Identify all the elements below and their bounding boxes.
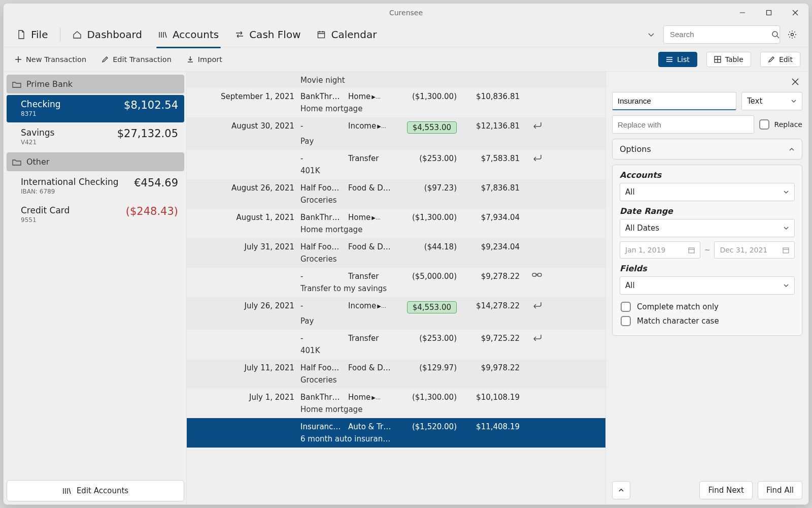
replace-checkbox[interactable] [759,119,769,130]
menu-overflow[interactable] [641,25,661,44]
transaction-list[interactable]: Movie night September 1, 2021BankThr…Hom… [186,72,605,504]
return-icon[interactable] [522,334,552,341]
window-minimize[interactable] [729,4,756,22]
svg-rect-19 [689,248,694,253]
find-panel-close[interactable] [788,77,802,87]
tx-date: August 26, 2021 [192,183,298,193]
account-row-savings[interactable]: Savings V421 $27,132.05 [7,123,184,151]
edit-transaction-button[interactable]: Edit Transaction [98,53,175,66]
table-row[interactable]: July 26, 2021-Income ▶…$4,553.00$14,278.… [187,297,605,330]
find-prev-button[interactable] [612,481,630,499]
global-search[interactable] [663,25,780,44]
table-row[interactable]: September 1, 2021BankThr…Home ▶…($1,300.… [187,88,605,117]
menu-accounts[interactable]: Accounts [151,25,226,44]
menu-cashflow[interactable]: Cash Flow [228,25,308,44]
gear-icon [788,30,797,39]
table-row[interactable]: -Transfer($253.00)$9,725.22401K [187,330,605,359]
date-separator: ~ [704,246,710,254]
window-maximize[interactable] [756,4,782,22]
view-table-label: Table [725,55,743,64]
replace-input[interactable] [612,115,754,134]
tx-amount: $4,553.00 [396,301,457,313]
table-row[interactable]: July 1, 2021BankThr…Home ▶…($1,300.00)$1… [187,389,605,418]
tx-balance: $7,836.81 [459,183,520,193]
return-icon[interactable] [522,121,552,129]
window-close[interactable] [782,4,808,22]
table-row[interactable]: Insuranc…Auto & Tr…($1,520.00)$11,408.19… [187,418,605,448]
tx-payee: Half Foo… [300,242,346,251]
tx-memo: Movie night [300,76,520,85]
table-row[interactable]: July 11, 2021Half Foo…Food & D…($129.97)… [187,359,605,389]
chevron-down-icon [783,189,789,195]
account-row-credit[interactable]: Credit Card 9551 ($248.43) [7,201,184,229]
fields-filter-select[interactable]: All [620,276,795,295]
menu-cashflow-label: Cash Flow [249,28,300,41]
tx-category: Home ▶… [348,213,394,222]
tx-category: Food & D… [348,242,394,251]
tx-category: Home ▶… [348,92,394,101]
return-icon[interactable] [522,301,552,308]
menu-dashboard[interactable]: Dashboard [65,25,149,44]
table-row[interactable]: July 31, 2021Half Foo…Food & D…($44.18)$… [187,238,605,268]
table-row[interactable]: August 30, 2021-Income ▶…$4,553.00$12,13… [187,117,605,150]
download-icon [187,56,194,63]
tx-memo: Groceries [300,375,520,385]
table-row[interactable]: August 26, 2021Half Foo…Food & D…($97.23… [187,179,605,209]
menu-calendar[interactable]: Calendar [310,25,384,44]
import-button[interactable]: Import [184,53,225,66]
table-row[interactable]: August 1, 2021BankThr…Home ▶…($1,300.00)… [187,209,605,238]
find-panel: Text Replace Options Accounts All [605,72,808,504]
tx-payee: Insuranc… [300,422,346,431]
date-to-input[interactable]: Dec 31, 2021 [714,241,795,259]
account-group-other[interactable]: Other [7,152,184,171]
return-icon[interactable] [522,154,552,161]
match-case-checkbox[interactable] [621,316,631,326]
tx-balance: $9,278.22 [459,272,520,281]
account-group-prime[interactable]: Prime Bank [7,75,184,93]
settings-button[interactable] [782,25,802,44]
titlebar: Curensee [4,4,808,22]
tx-amount: ($1,300.00) [396,393,457,402]
accounts-filter-select[interactable]: All [620,183,795,201]
tx-amount: ($253.00) [396,154,457,163]
global-search-input[interactable] [669,29,767,39]
find-type-select[interactable]: Text [741,92,802,110]
link-icon[interactable] [522,272,552,278]
find-all-button[interactable]: Find All [758,481,802,499]
close-icon [791,78,799,86]
account-number: 9551 [21,216,70,224]
account-balance: $8,102.54 [124,99,178,111]
account-name: International Checking [21,177,119,187]
table-row[interactable]: -Transfer($253.00)$7,583.81401K [187,150,605,179]
view-list-button[interactable]: List [658,52,697,67]
table-row[interactable]: -Transfer($5,000.00)$9,278.22Transfer to… [187,268,605,297]
accounts-filter-value: All [625,187,635,197]
tx-balance: $12,136.81 [459,121,520,131]
daterange-select[interactable]: All Dates [620,219,795,237]
menu-calendar-label: Calendar [331,28,377,41]
edit-accounts-button[interactable]: Edit Accounts [7,480,184,501]
fields-filter-value: All [625,281,635,290]
calendar-icon [317,30,326,39]
daterange-label: Date Range [620,206,795,216]
view-table-button[interactable]: Table [706,52,751,67]
find-all-label: Find All [766,486,794,495]
library-icon [62,487,72,494]
options-toggle[interactable]: Options [612,139,802,160]
tx-category: Home ▶… [348,393,394,402]
view-edit-button[interactable]: Edit [760,52,800,67]
tx-date: September 1, 2021 [192,92,298,101]
account-row-checking[interactable]: Checking 8371 $8,102.54 [7,95,184,122]
find-next-button[interactable]: Find Next [699,481,752,499]
chevron-down-icon [791,99,797,104]
menu-file[interactable]: File [10,25,55,44]
find-input[interactable] [612,92,736,110]
date-from-input[interactable]: Jan 1, 2019 [620,241,700,259]
account-row-intl[interactable]: International Checking IBAN: 6789 €454.6… [7,173,184,200]
table-row[interactable]: Movie night [187,72,605,88]
new-transaction-button[interactable]: New Transaction [12,53,89,66]
complete-match-checkbox[interactable] [621,302,631,312]
library-icon [158,30,167,39]
replace-label: Replace [774,120,802,129]
tx-date: August 1, 2021 [192,213,298,222]
